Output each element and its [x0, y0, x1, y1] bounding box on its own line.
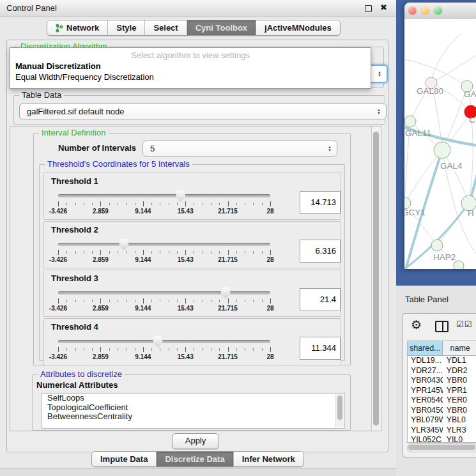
slider-thumb[interactable]: [176, 190, 185, 202]
tab-jactivemnodules[interactable]: jActiveMNodules: [256, 20, 340, 35]
tab-discretize-data[interactable]: Discretize Data: [156, 452, 233, 466]
slider-track[interactable]: [58, 194, 270, 197]
tab-label: Impute Data: [100, 454, 148, 464]
gear-icon[interactable]: ⚙: [411, 318, 422, 332]
threshold-3-slider[interactable]: [58, 291, 270, 295]
settings-vertical-scrollbar[interactable]: [371, 127, 381, 431]
cell-shared-name[interactable]: YBR043C: [408, 376, 443, 386]
table-row-ybr045c[interactable]: YBR045CYBR0: [408, 406, 476, 416]
cell-shared-name[interactable]: YDR27...: [408, 366, 443, 376]
network-node[interactable]: [454, 261, 464, 269]
tab-network[interactable]: Network: [47, 20, 107, 35]
network-edge[interactable]: [405, 150, 442, 203]
tab-style[interactable]: Style: [107, 20, 144, 35]
threshold-4-slider[interactable]: [58, 340, 270, 344]
threshold-2-value-field[interactable]: 6.316: [300, 240, 341, 263]
tab-label: Network: [66, 23, 99, 33]
table-data-group: Table Data galFiltered.sif default node …: [13, 95, 385, 125]
control-panel: Control Panel ✖ NetworkStyleSelectCyni T…: [0, 0, 396, 476]
network-edge[interactable]: [431, 33, 462, 83]
cell-name[interactable]: YER0: [443, 395, 476, 406]
cell-shared-name[interactable]: YLR345W: [408, 426, 443, 436]
select-columns-icons[interactable]: ☑☑: [456, 319, 472, 329]
threshold-3-value-field[interactable]: 21.4: [300, 288, 341, 311]
table-row-ydl19[interactable]: YDL19...YDL1: [408, 356, 476, 366]
network-node-gal11[interactable]: [404, 116, 416, 127]
network-canvas[interactable]: GAL80GACGAL11GAL4GCY1HHAP2: [404, 19, 476, 269]
numerical-attributes-list[interactable]: SelfLoopsTopologicalCoefficientBetweenne…: [42, 393, 345, 429]
slider-track[interactable]: [58, 243, 270, 246]
cell-shared-name[interactable]: YDL19...: [408, 356, 443, 366]
attributes-list-scrollbar[interactable]: [335, 394, 344, 427]
network-edge[interactable]: [431, 54, 476, 83]
scrollbar-thumb[interactable]: [408, 445, 475, 450]
node-table: shared... name YDL19...YDL1YDR27...YDR2Y…: [407, 341, 476, 443]
slider-thumb[interactable]: [221, 287, 231, 299]
cell-name[interactable]: YDL1: [443, 356, 476, 366]
cell-shared-name[interactable]: YBR045C: [408, 406, 443, 416]
slider-tick-labels: -3.4262.8599.14415.4321.71528: [58, 256, 270, 263]
table-row-yer054c[interactable]: YER054CYER0: [408, 395, 476, 406]
slider-track[interactable]: [58, 291, 270, 295]
algorithm-option-equal-width-frequency-discretization[interactable]: Equal Width/Frequency Discretization: [10, 72, 371, 82]
table-data-combobox[interactable]: galFiltered.sif default node ▲▼: [19, 104, 387, 119]
column-header-shared-name[interactable]: shared...: [408, 341, 443, 355]
table-row-ybl079w[interactable]: YBL079WYBL0: [408, 415, 476, 426]
cell-name[interactable]: YBR0: [443, 406, 476, 416]
cell-name[interactable]: YLR3: [443, 426, 476, 436]
mac-zoom-button[interactable]: [434, 6, 442, 15]
attribute-item-topologicalcoefficient[interactable]: TopologicalCoefficient: [42, 403, 344, 413]
slider-thumb[interactable]: [119, 238, 128, 250]
scrollbar-thumb[interactable]: [337, 395, 342, 420]
node-label: C: [469, 115, 475, 125]
mac-minimize-button[interactable]: [421, 6, 429, 15]
attribute-item-selfloops[interactable]: SelfLoops: [42, 394, 344, 403]
table-horizontal-scrollbar[interactable]: [407, 443, 476, 452]
tab-infer-network[interactable]: Infer Network: [233, 452, 303, 466]
cell-shared-name[interactable]: YER054C: [408, 395, 443, 406]
attribute-item-betweennesscentrality[interactable]: BetweennessCentrality: [42, 412, 344, 422]
slider-thumb[interactable]: [153, 335, 163, 348]
threshold-1-value-field[interactable]: 14.713: [300, 191, 341, 214]
network-window-titlebar: [404, 3, 476, 20]
algorithm-combobox[interactable]: ▲▼: [369, 65, 388, 83]
column-layout-icon[interactable]: [435, 321, 449, 332]
node-label: GCY1: [404, 208, 426, 217]
network-node-gal4[interactable]: [434, 142, 450, 158]
table-row-ybr043c[interactable]: YBR043CYBR0: [408, 376, 476, 386]
table-row-ypr145w[interactable]: YPR145WYPR1: [408, 386, 476, 396]
slider-track[interactable]: [58, 340, 270, 343]
table-panel-titlebar: Table Panel: [396, 286, 476, 313]
float-window-icon[interactable]: [365, 5, 372, 12]
tab-impute-data[interactable]: Impute Data: [92, 452, 156, 466]
column-header-name[interactable]: name: [443, 341, 476, 355]
tab-label: Select: [153, 23, 178, 33]
threshold-1-slider[interactable]: [58, 194, 270, 198]
apply-button[interactable]: Apply: [172, 433, 219, 449]
cell-shared-name[interactable]: YBL079W: [408, 415, 443, 426]
network-node-hap2[interactable]: [431, 240, 443, 251]
threshold-4-value-field[interactable]: 11.344: [300, 337, 341, 360]
tab-label: Cyni Toolbox: [196, 23, 247, 33]
cell-name[interactable]: YDR2: [443, 366, 476, 376]
scrollbar-thumb[interactable]: [373, 132, 379, 426]
screen: { "colors": { "gray_edge": "#d8d8d8", "c…: [0, 0, 476, 476]
cell-shared-name[interactable]: YPR145W: [408, 386, 443, 396]
number-of-intervals-combobox[interactable]: 5 ▲▼: [142, 141, 337, 157]
algorithm-option-manual-discretization[interactable]: Manual Discretization: [10, 61, 371, 71]
mac-close-button[interactable]: [408, 6, 417, 15]
cell-name[interactable]: YIL0: [443, 435, 476, 443]
network-edge[interactable]: [442, 150, 469, 203]
node-label: GAL4: [440, 161, 463, 171]
cell-name[interactable]: YPR1: [443, 386, 476, 396]
table-row-ydr27[interactable]: YDR27...YDR2: [408, 366, 476, 376]
cell-name[interactable]: YBL0: [443, 415, 476, 426]
table-row-yil052c[interactable]: YIL052CYIL0: [408, 435, 476, 443]
cell-name[interactable]: YBR0: [443, 376, 476, 386]
tab-select[interactable]: Select: [144, 20, 186, 35]
table-row-ylr345w[interactable]: YLR345WYLR3: [408, 426, 476, 436]
cell-shared-name[interactable]: YIL052C: [408, 435, 443, 443]
tab-cyni-toolbox[interactable]: Cyni Toolbox: [187, 20, 256, 35]
threshold-2-slider[interactable]: [58, 243, 270, 247]
close-icon[interactable]: ✖: [380, 3, 387, 12]
